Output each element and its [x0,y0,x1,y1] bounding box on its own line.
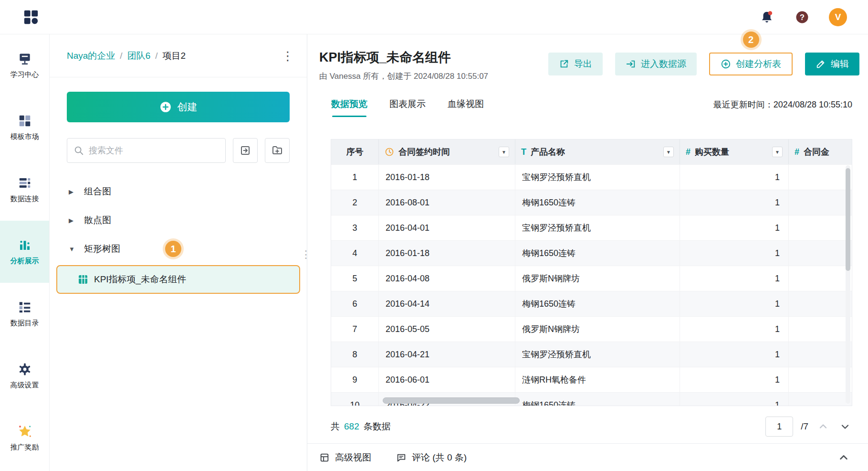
avatar[interactable]: V [829,8,847,26]
sidebar-item-label: 推广奖励 [10,443,39,452]
vertical-scrollbar-thumb[interactable] [846,168,850,271]
app-window: ? V 学习中心 [0,0,868,471]
tab-chart-display[interactable]: 图表展示 [389,98,426,117]
cell-index: 10 [331,393,379,406]
table-row[interactable]: 5 2016-04-08 俄罗斯N钢牌坊 1 [331,266,852,291]
table-row[interactable]: 7 2016-05-05 俄罗斯N钢牌坊 1 [331,316,852,342]
page-input[interactable] [765,417,793,437]
tab-lineage-view[interactable]: 血缘视图 [448,98,484,117]
total-prefix: 共 [331,420,340,433]
tab-data-preview[interactable]: 数据预览 [331,98,367,117]
search-box[interactable] [67,138,226,163]
table-row[interactable]: 6 2016-04-14 梅钢1650连铸 1 [331,291,852,316]
total-suffix: 条数据 [364,420,391,433]
tree-item-scatter-chart[interactable]: ▶ 散点图 [50,206,307,235]
create-analysis-table-button[interactable]: 创建分析表 [709,53,793,75]
main-header: KPI指标项_未命名组件 由 Vanessa 所有，创建于 2024/08/28… [307,34,868,82]
breadcrumb-team[interactable]: 团队6 [127,50,151,62]
number-type-icon: # [686,147,690,157]
cell-date: 2016-04-08 [379,266,515,291]
export-icon [559,59,569,69]
app-logo-icon[interactable] [22,8,40,26]
cell-amount [789,393,852,406]
table-row[interactable]: 4 2016-01-18 梅钢1650连铸 1 [331,240,852,266]
last-updated-text: 最近更新时间：2024/08/28 10:55:10 [713,99,852,117]
table-row[interactable]: 3 2016-04-01 宝钢罗泾预矫直机 1 [331,215,852,240]
advanced-view-button[interactable]: 高级视图 [319,451,371,464]
cell-date: 2016-04-01 [379,215,515,240]
cell-amount [789,342,852,367]
breadcrumb-enterprise[interactable]: Naya的企业 [67,50,115,62]
cell-quantity: 1 [680,165,789,190]
search-icon [73,145,84,156]
tree-item-treemap[interactable]: ▼ 矩形树图 1 [50,235,307,263]
collapse-panel-icon[interactable] [837,451,850,464]
sidebar-item-label: 高级设置 [10,381,39,390]
circle-plus-icon [721,59,731,69]
edit-button[interactable]: 编辑 [805,53,859,75]
cell-product: 宝钢罗泾预矫直机 [515,165,680,190]
advanced-view-icon [319,452,330,463]
filter-caret-icon[interactable]: ▼ [772,147,783,157]
caret-collapsed-icon[interactable]: ▶ [69,217,77,224]
help-icon[interactable]: ? [794,9,811,26]
table-body: 1 2016-01-18 宝钢罗泾预矫直机 1 2 2016-08-01 梅钢1… [331,164,852,406]
column-header-amount[interactable]: # 合同金 [789,139,852,164]
page-down-icon[interactable] [838,419,852,434]
body: 学习中心 模板市场 数据连接 [0,34,868,471]
sidebar-item-label: 模板市场 [10,132,39,141]
cell-amount [789,190,852,215]
cell-index: 7 [331,317,379,342]
tree-item-kpi-component-selected[interactable]: KPI指标项_未命名组件 [56,265,300,294]
enter-datasource-button[interactable]: 进入数据源 [615,53,697,75]
analysis-display-icon [18,238,32,252]
vertical-scrollbar[interactable] [846,165,850,404]
cell-index: 6 [331,291,379,316]
table-row[interactable]: 2 2016-08-01 梅钢1650连铸 1 [331,190,852,215]
sidebar-item-data-catalog[interactable]: 数据目录 [0,283,49,345]
cell-date: 2016-06-01 [379,367,515,392]
sidebar-item-advanced-settings[interactable]: 高级设置 [0,345,49,407]
filter-caret-icon[interactable]: ▼ [499,147,509,157]
cell-amount [789,317,852,342]
sidebar-item-data-connection[interactable]: 数据连接 [0,159,49,221]
breadcrumb-project: 项目2 [163,50,186,62]
kebab-menu-icon[interactable]: ⋮ [280,48,295,64]
create-analysis-table-wrap: 2 创建分析表 [709,53,793,75]
search-input[interactable] [89,146,219,156]
sidebar-item-learning-center[interactable]: 学习中心 [0,34,49,96]
table-row[interactable]: 9 2016-06-01 涟钢RH氧枪备件 1 [331,367,852,392]
column-header-quantity[interactable]: # 购买数量 ▼ [680,139,789,164]
sidebar-item-analysis-display[interactable]: 分析展示 [0,221,49,283]
horizontal-scrollbar-thumb[interactable] [383,397,520,404]
export-button[interactable]: 导出 [548,53,603,75]
sidebar-item-promotion-reward[interactable]: 推广奖励 [0,407,49,469]
edit-pencil-icon [816,59,826,69]
column-header-sign-date[interactable]: 合同签约时间 ▼ [379,139,515,164]
column-header-product[interactable]: T 产品名称 ▼ [515,139,680,164]
cell-quantity: 1 [680,393,789,406]
comments-button[interactable]: 评论 (共 0 条) [396,451,467,464]
caret-expanded-icon[interactable]: ▼ [69,246,77,253]
tree-item-combo-chart[interactable]: ▶ 组合图 [50,177,307,206]
template-market-icon [18,114,32,128]
svg-text:?: ? [800,12,805,21]
caret-collapsed-icon[interactable]: ▶ [69,188,77,195]
number-type-icon: # [795,147,799,157]
new-folder-button[interactable] [265,138,290,163]
table-row[interactable]: 8 2016-04-21 宝钢罗泾预矫直机 1 [331,342,852,367]
cell-date: 2016-08-01 [379,190,515,215]
cell-index: 2 [331,190,379,215]
total-count[interactable]: 682 [344,421,359,432]
cell-quantity: 1 [680,342,789,367]
filter-caret-icon[interactable]: ▼ [663,147,674,157]
notification-bell-icon[interactable] [758,9,775,26]
page-up-icon[interactable] [816,419,830,434]
cell-amount [789,241,852,266]
divider-drag-handle[interactable]: ⋮ [301,249,310,260]
create-button[interactable]: 创建 [67,92,290,122]
new-folder-icon [272,145,283,156]
sidebar-item-template-market[interactable]: 模板市场 [0,96,49,159]
import-file-button[interactable] [233,138,258,163]
table-row[interactable]: 1 2016-01-18 宝钢罗泾预矫直机 1 [331,164,852,190]
